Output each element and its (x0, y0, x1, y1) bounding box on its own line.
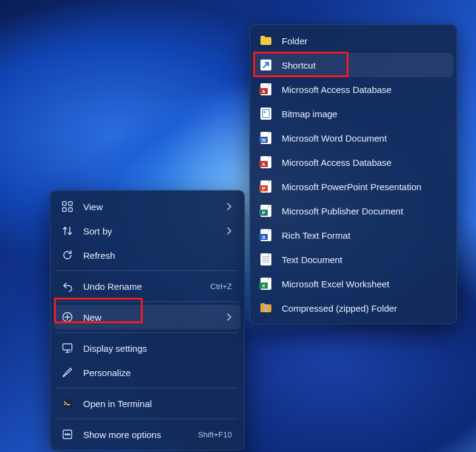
menu-label: Personalize (83, 368, 232, 378)
menu-label: Undo Rename (83, 281, 195, 292)
submenu-item-shortcut[interactable]: Shortcut (254, 53, 453, 77)
desktop-context-menu: View Sort by Refresh Undo Rena (50, 190, 245, 451)
menu-label: Compressed (zipped) Folder (282, 303, 444, 313)
zip-folder-icon (260, 302, 272, 314)
menu-separator (56, 419, 238, 419)
menu-label: New (83, 312, 214, 323)
menu-label: Microsoft Access Database (282, 157, 444, 168)
menu-label: Microsoft PowerPoint Presentation (282, 182, 444, 192)
menu-item-more-options[interactable]: Show more options Shift+F10 (54, 422, 240, 447)
submenu-item-zip[interactable]: Compressed (zipped) Folder (254, 296, 453, 320)
menu-label: Rich Text Format (282, 230, 444, 241)
menu-label: Display settings (83, 343, 232, 354)
access-file-icon: A (260, 83, 272, 95)
svg-rect-0 (63, 202, 66, 205)
more-options-icon (60, 427, 75, 442)
svg-rect-5 (63, 344, 72, 350)
folder-icon (260, 35, 272, 47)
menu-label: View (83, 202, 214, 212)
svg-point-6 (70, 350, 72, 352)
menu-item-sort-by[interactable]: Sort by (54, 219, 240, 243)
menu-label: Shortcut (282, 60, 444, 70)
refresh-icon (60, 248, 75, 262)
terminal-icon (60, 396, 75, 411)
menu-label: Microsoft Excel Worksheet (282, 279, 444, 289)
menu-separator (56, 332, 238, 333)
brush-icon (60, 365, 75, 380)
excel-file-icon: X (260, 278, 272, 290)
svg-rect-7 (63, 399, 72, 407)
menu-item-display-settings[interactable]: Display settings (54, 336, 240, 360)
chevron-right-icon (227, 312, 232, 323)
svg-point-10 (67, 434, 68, 435)
svg-rect-1 (69, 202, 72, 205)
svg-rect-3 (69, 208, 72, 211)
menu-label: Sort by (83, 226, 214, 236)
menu-label: Microsoft Word Document (282, 133, 444, 143)
access-file-icon: A (260, 156, 272, 168)
menu-label: Refresh (83, 250, 232, 261)
display-icon (60, 341, 75, 355)
undo-icon (60, 279, 75, 293)
svg-rect-2 (63, 208, 66, 211)
menu-item-view[interactable]: View (54, 194, 240, 219)
submenu-item-access-2[interactable]: A Microsoft Access Database (254, 150, 453, 174)
menu-shortcut: Ctrl+Z (210, 282, 232, 291)
menu-item-personalize[interactable]: Personalize (54, 360, 240, 385)
submenu-item-publisher[interactable]: P Microsoft Publisher Document (254, 199, 453, 223)
submenu-item-rtf[interactable]: a Rich Text Format (254, 223, 453, 247)
menu-label: Show more options (83, 430, 183, 440)
submenu-item-bitmap[interactable]: Bitmap image (254, 101, 453, 126)
shortcut-icon (260, 59, 272, 71)
submenu-item-access[interactable]: A Microsoft Access Database (254, 77, 453, 101)
menu-label: Bitmap image (282, 109, 444, 119)
bitmap-file-icon (260, 108, 272, 120)
chevron-right-icon (227, 226, 232, 236)
submenu-item-excel[interactable]: X Microsoft Excel Worksheet (254, 272, 453, 296)
menu-item-refresh[interactable]: Refresh (54, 243, 240, 267)
menu-label: Folder (282, 36, 444, 46)
menu-label: Text Document (282, 255, 444, 265)
menu-item-open-terminal[interactable]: Open in Terminal (54, 391, 240, 416)
menu-separator (56, 301, 238, 302)
svg-point-9 (65, 434, 66, 435)
menu-item-undo-rename[interactable]: Undo Rename Ctrl+Z (54, 274, 240, 298)
new-submenu: Folder Shortcut A Microsoft Access Datab… (250, 24, 457, 324)
chevron-right-icon (227, 202, 232, 212)
text-file-icon (260, 253, 272, 265)
menu-separator (56, 388, 238, 388)
publisher-file-icon: P (260, 205, 272, 217)
rtf-file-icon: a (260, 229, 272, 241)
menu-label: Microsoft Access Database (282, 84, 444, 95)
svg-point-11 (69, 434, 70, 435)
submenu-item-word[interactable]: W Microsoft Word Document (254, 126, 453, 150)
grid-icon (60, 199, 75, 214)
plus-circle-icon (60, 310, 75, 324)
menu-item-new[interactable]: New (54, 305, 240, 329)
powerpoint-file-icon: P (260, 180, 272, 193)
menu-label: Open in Terminal (83, 399, 232, 409)
submenu-item-folder[interactable]: Folder (254, 29, 453, 53)
menu-separator (56, 270, 238, 271)
menu-shortcut: Shift+F10 (198, 430, 232, 439)
menu-label: Microsoft Publisher Document (282, 206, 444, 216)
word-file-icon: W (260, 132, 272, 144)
submenu-item-text[interactable]: Text Document (254, 247, 453, 272)
submenu-item-powerpoint[interactable]: P Microsoft PowerPoint Presentation (254, 174, 453, 199)
sort-icon (60, 224, 75, 238)
